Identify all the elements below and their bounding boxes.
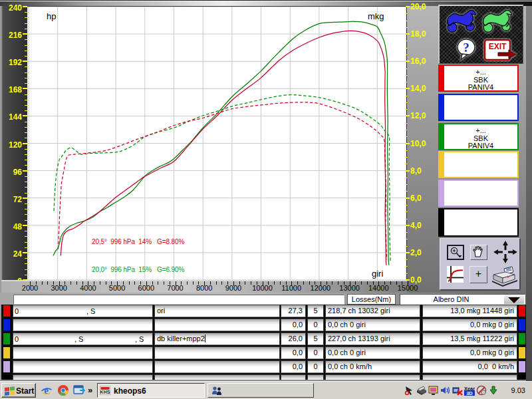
windows-logo-icon [4, 386, 15, 396]
rpm-tick [134, 281, 135, 285]
task-button-2[interactable] [207, 383, 314, 398]
row-color-left [3, 361, 10, 372]
table-cell[interactable]: db killer+mpp2 [154, 332, 280, 345]
pen-pointer-icon[interactable] [404, 385, 415, 396]
table-cell[interactable]: 0,0 ch 0 km/h [325, 360, 420, 373]
table-cell[interactable]: 5 [307, 305, 324, 317]
table-cell[interactable] [13, 319, 153, 331]
table-cell[interactable]: 0,0 [281, 346, 306, 359]
table-cell[interactable]: 5 [307, 332, 324, 345]
losses-field[interactable]: Losses(Nm) [347, 294, 396, 305]
table-cell[interactable]: 0,0 ch 0 giri [325, 346, 420, 359]
table-cell[interactable] [13, 360, 153, 373]
hp-major-tick [23, 225, 27, 226]
chart-toolbar: + [440, 238, 521, 291]
box-line: +... [444, 68, 517, 76]
rpm-tick [332, 281, 332, 285]
mkg-minor-tick [406, 205, 408, 205]
mkg-minor-tick [406, 136, 408, 137]
combo-dropdown-button[interactable] [504, 295, 524, 304]
rpm-tick-label: 2000 [22, 285, 38, 292]
rpm-tick [216, 281, 217, 285]
run-slot-box-4[interactable] [438, 180, 519, 207]
table-cell[interactable]: 0,0 ch 0 giri [325, 319, 420, 331]
hp-major-tick [23, 61, 27, 62]
table-cell[interactable]: 27,3 [281, 305, 306, 317]
zoom-button[interactable] [447, 245, 464, 260]
table-cell[interactable]: 0, S [13, 305, 153, 317]
run-slot-box-5[interactable] [438, 208, 519, 237]
dyno-chart-plot[interactable]: hp mkg giri 20,5° 996 hPa 14% G=8.80% 20… [27, 7, 406, 280]
chrome-quicklaunch-icon[interactable] [57, 384, 69, 396]
grid-lines [27, 7, 406, 280]
table-cell[interactable]: 0,0 mkg 0 giri [422, 319, 517, 331]
help-button[interactable]: ? [454, 37, 478, 63]
hand-icon [471, 245, 485, 258]
device-error-icon[interactable] [452, 385, 463, 396]
field-segment: , S [135, 334, 144, 345]
ie-e-icon: e [41, 384, 53, 396]
display-icon[interactable] [428, 385, 439, 396]
add-button[interactable]: + [469, 266, 487, 283]
start-button[interactable]: Start [1, 383, 36, 398]
mkg-minor-tick [406, 96, 408, 96]
hp-tick-label: 192 [0, 59, 22, 66]
scanner-icon[interactable] [416, 385, 427, 396]
chevron-more-icon[interactable]: » [88, 385, 92, 395]
window-quicklaunch-icon[interactable] [73, 384, 85, 396]
rpm-tick [355, 281, 356, 285]
table-cell[interactable]: 0,0 [281, 360, 306, 373]
table-cell[interactable]: ori [154, 305, 280, 317]
mkg-minor-tick [406, 232, 408, 233]
hp-major-tick [23, 198, 27, 199]
run-slot-box-0[interactable]: +...SBKPANIV4 [438, 65, 519, 92]
table-cell[interactable]: 13,0 mkg 11448 giri [422, 305, 517, 317]
table-cell[interactable]: 0 [307, 319, 324, 331]
curve-scale-button[interactable] [447, 266, 464, 283]
table-cell[interactable] [13, 346, 153, 359]
mkg-minor-tick [406, 246, 408, 247]
pan-hand-button[interactable] [470, 245, 487, 260]
hp-tick-label: 96 [0, 169, 22, 176]
table-cell[interactable]: 0 [307, 346, 324, 359]
run-slot-box-3[interactable] [438, 151, 519, 178]
run-slot-box-2[interactable]: +...SBKPANIV4 [438, 123, 519, 150]
rpm-tick [367, 281, 368, 285]
row-color-right [519, 361, 525, 372]
rpm-tick [338, 281, 338, 285]
mkg-major-tick [406, 88, 410, 89]
table-cell[interactable]: 0,0 [281, 319, 306, 331]
table-cell[interactable]: 0 [307, 360, 324, 373]
blue-motorcycle-button[interactable] [445, 7, 479, 35]
table-cell[interactable] [154, 360, 280, 373]
blue-motorcycle-icon [445, 7, 479, 35]
rpm-tick [390, 281, 391, 285]
table-cell[interactable]: 0,0 mkg 0 giri [422, 346, 517, 359]
table-cell[interactable]: 0, S, S [13, 332, 153, 345]
text-caret [205, 334, 205, 342]
table-cell[interactable]: 218,7 ch 13032 giri [325, 305, 420, 317]
rpm-tick [47, 281, 48, 285]
table-cell[interactable]: 26,0 [281, 332, 306, 345]
shaft-combo[interactable]: Albero DIN [400, 294, 525, 305]
exit-button[interactable]: EXIT [482, 38, 521, 63]
table-cell[interactable] [154, 346, 280, 359]
volume-icon[interactable] [440, 385, 451, 396]
green-motorcycle-button[interactable] [481, 7, 515, 35]
mkg-tick-label: 12,0 [410, 112, 426, 119]
print-button[interactable] [491, 264, 519, 287]
task-button-kheops6[interactable]: KHS kheops6 [97, 383, 205, 398]
table-cell[interactable]: 227,0 ch 13193 giri [325, 332, 420, 345]
table-cell[interactable] [154, 319, 280, 331]
run-slot-box-1[interactable] [438, 94, 519, 121]
empty-wide-field[interactable] [13, 295, 344, 305]
xear3d-icon[interactable]: Xear3D [464, 385, 475, 396]
blocked-icon[interactable] [476, 385, 487, 396]
ie-quicklaunch-icon[interactable]: e [41, 384, 53, 396]
green-update-icon[interactable] [488, 385, 499, 396]
move-arrows-button[interactable] [492, 240, 519, 264]
table-cell[interactable]: 13,5 mkg 11222 giri [422, 332, 517, 345]
mkg-minor-tick [406, 178, 408, 178]
green-motorcycle-icon [481, 7, 515, 35]
table-cell[interactable]: 0,0 0 km/h [422, 360, 517, 373]
